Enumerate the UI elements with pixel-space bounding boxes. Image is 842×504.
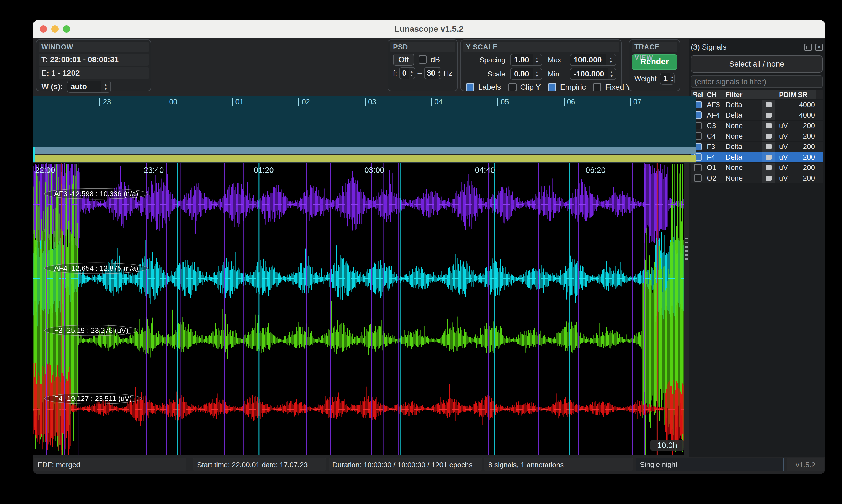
- trace-label-f3: F3 -25.19 : 23.278 (uV): [44, 325, 138, 336]
- freq-max-spinbox[interactable]: 30 ▴▾: [424, 67, 442, 79]
- status-version: v1.5.2: [787, 457, 824, 471]
- signal-filter-input[interactable]: [691, 75, 823, 88]
- epoch-range-label: E: 1 - 1202: [39, 67, 148, 79]
- spacing-spinbox[interactable]: 1.00 ▴▾: [510, 54, 542, 66]
- spinner-buttons[interactable]: ▴▾: [409, 68, 415, 79]
- spinner-buttons[interactable]: ▴▾: [533, 54, 542, 66]
- panel-splitter-handle[interactable]: [685, 238, 688, 260]
- clip-y-checkbox[interactable]: [508, 83, 517, 91]
- col-filter: Filter: [723, 91, 762, 99]
- weight-spinbox[interactable]: 1 ▴▾: [660, 73, 675, 85]
- freq-range-dash: –: [417, 69, 422, 77]
- time-range-label: T: 22:00:01 - 08:00:31: [39, 54, 148, 66]
- timeline-hour-label: 05: [497, 98, 509, 106]
- plot-time-label: 22:00: [35, 166, 55, 175]
- timeline-hour-label: 00: [166, 98, 177, 106]
- psd-panel: PSD Off dB f: 0 ▴▾ – 30 ▴▾ Hz: [388, 39, 458, 91]
- undock-panel-icon[interactable]: [804, 43, 812, 51]
- freq-min-spinbox[interactable]: 0 ▴▾: [399, 67, 415, 79]
- select-all-none-button[interactable]: Select all / none: [691, 55, 823, 73]
- col-sr: SR: [798, 91, 816, 99]
- status-start-time: Start time: 22.00.01 date: 17.07.23: [193, 457, 326, 471]
- max-spinbox[interactable]: 100.000 ▴▾: [570, 54, 616, 66]
- spinner-buttons[interactable]: ▴▾: [101, 81, 110, 92]
- spinner-buttons[interactable]: ▴▾: [670, 73, 674, 84]
- yscale-panel-title: Y SCALE: [463, 42, 619, 52]
- signal-row-c4[interactable]: C4 None uV 200: [691, 131, 823, 141]
- plot-time-label: 23:40: [144, 166, 164, 175]
- timeline-hour-label: 07: [630, 98, 642, 106]
- close-panel-icon[interactable]: ✕: [816, 43, 823, 51]
- signal-select-checkbox[interactable]: [694, 164, 702, 172]
- duration-badge: 10.0h: [650, 440, 684, 451]
- trace-label-f4: F4 -19.127 : 23.511 (uV): [44, 393, 142, 404]
- mode-selector[interactable]: Single night: [635, 457, 784, 471]
- fixed-y-checkbox[interactable]: [593, 83, 601, 91]
- psd-panel-title: PSD: [390, 42, 455, 52]
- trace-view-panel-title: TRACE VIEW: [632, 42, 678, 52]
- window-panel-title: WINDOW: [39, 42, 148, 52]
- timeline-navigator[interactable]: 23 00 01 02 03 04 05 06 07: [33, 95, 696, 147]
- channel-color-swatch: [766, 113, 772, 118]
- timeline-hour-label: 06: [564, 98, 575, 106]
- channel-color-swatch: [766, 123, 772, 128]
- signal-row-af3[interactable]: AF3 Delta 4000: [691, 100, 823, 110]
- spinner-buttons[interactable]: ▴▾: [606, 54, 616, 66]
- channel-color-swatch: [766, 102, 772, 107]
- signals-table-header: Sel CH Filter PDIM SR: [691, 90, 823, 99]
- channel-color-swatch: [766, 133, 772, 139]
- signal-row-c3[interactable]: C3 None uV 200: [691, 121, 823, 130]
- col-pdim: PDIM: [775, 91, 798, 99]
- status-edf: EDF: merged: [34, 457, 186, 471]
- window-panel: WINDOW T: 22:00:01 - 08:00:31 E: 1 - 120…: [36, 39, 151, 91]
- channel-color-swatch: [766, 144, 772, 149]
- timeline-hour-label: 04: [431, 98, 443, 106]
- signal-row-f4[interactable]: F4 Delta uV 200: [691, 152, 823, 162]
- channel-color-swatch: [766, 155, 772, 160]
- spinner-buttons[interactable]: ▴▾: [608, 69, 616, 79]
- timeline-hour-label: 03: [365, 98, 376, 106]
- titlebar: Lunascope v1.5.2: [33, 20, 825, 38]
- freq-label: f:: [393, 69, 397, 77]
- plot-time-label: 01:20: [254, 166, 274, 175]
- status-duration: Duration: 10:00:30 / 10:00:30 / 1201 epo…: [328, 457, 482, 471]
- db-label: dB: [431, 55, 440, 64]
- weight-label: Weight: [634, 74, 657, 83]
- signal-row-af4[interactable]: AF4 Delta 4000: [691, 110, 823, 120]
- min-spinbox[interactable]: -100.000 ▴▾: [570, 68, 616, 80]
- plot-time-label: 03:00: [364, 166, 384, 175]
- waveform-plot[interactable]: 22:00 23:40 01:20 03:00 04:40 06:20 AF3 …: [33, 163, 684, 455]
- trace-label-af3: AF3 -12.598 : 10.336 (n/a): [44, 188, 148, 200]
- labels-checkbox[interactable]: [466, 83, 474, 91]
- timeline-hour-label: 23: [100, 98, 111, 106]
- waveform-canvas[interactable]: [33, 163, 684, 455]
- psd-off-button[interactable]: Off: [393, 54, 414, 66]
- window-size-label: W (s):: [41, 82, 63, 91]
- signals-panel: (3) Signals ✕ Select all / none Sel CH F…: [688, 39, 825, 457]
- epoch-band-lower[interactable]: [33, 155, 696, 162]
- empiric-checkbox[interactable]: [548, 83, 556, 91]
- trace-view-panel: TRACE VIEW Render Weight 1 ▴▾: [629, 39, 680, 91]
- signals-table: Sel CH Filter PDIM SR AF3 Delta 4000 AF4…: [691, 90, 823, 183]
- spinner-buttons[interactable]: ▴▾: [533, 69, 542, 79]
- window-size-spinbox[interactable]: auto ▴▾: [67, 80, 111, 93]
- signals-panel-title: (3) Signals: [691, 43, 801, 52]
- spinner-buttons[interactable]: ▴▾: [437, 68, 441, 79]
- hz-label: Hz: [444, 69, 452, 77]
- signal-row-f3[interactable]: F3 Delta uV 200: [691, 142, 823, 151]
- db-checkbox[interactable]: [418, 55, 427, 64]
- timeline-hour-label: 01: [232, 98, 244, 106]
- min-label: Min: [548, 70, 570, 78]
- app-window: Lunascope v1.5.2 WINDOW T: 22:00:01 - 08…: [33, 20, 825, 474]
- yscale-panel: Y SCALE Spacing: 1.00 ▴▾ Max 100.000 ▴▾ …: [461, 39, 622, 91]
- signal-select-checkbox[interactable]: [694, 174, 702, 182]
- scale-spinbox[interactable]: 0.00 ▴▾: [510, 68, 542, 80]
- channel-color-swatch: [766, 176, 772, 181]
- epoch-cursor: [33, 147, 35, 162]
- col-ch: CH: [705, 91, 723, 99]
- epoch-band-upper[interactable]: [33, 147, 696, 154]
- signal-row-o1[interactable]: O1 None uV 200: [691, 163, 823, 173]
- signal-row-o2[interactable]: O2 None uV 200: [691, 173, 823, 183]
- spacing-label: Spacing:: [466, 56, 507, 64]
- window-title: Lunascope v1.5.2: [33, 20, 825, 38]
